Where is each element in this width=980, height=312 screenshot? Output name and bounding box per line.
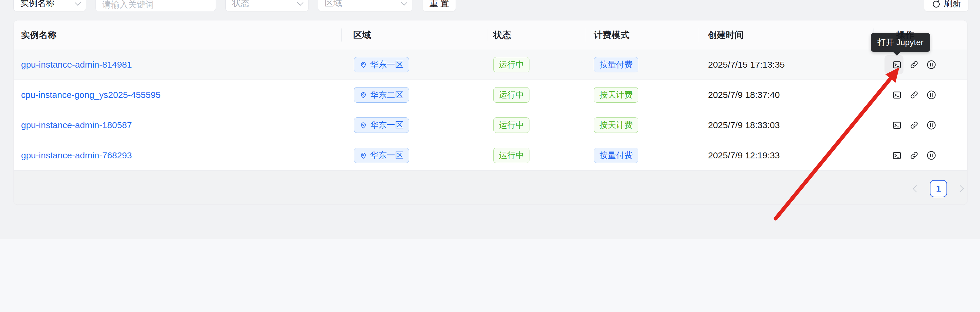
- instance-name-link[interactable]: gpu-instance-admin-180587: [21, 120, 132, 130]
- copy-link-button[interactable]: [905, 140, 923, 170]
- region-filter-select[interactable]: 区域: [318, 0, 412, 11]
- refresh-button-label: 刷新: [944, 0, 961, 10]
- region-badge: 华东一区: [354, 57, 409, 72]
- status-badge: 运行中: [493, 148, 530, 163]
- chevron-down-icon: [75, 0, 81, 6]
- link-icon: [909, 89, 920, 100]
- copy-link-button[interactable]: [905, 110, 923, 140]
- chevron-down-icon: [401, 0, 407, 6]
- terminal-icon: [892, 150, 902, 161]
- pagination-bar: 1: [14, 170, 967, 205]
- pause-instance-button[interactable]: [923, 110, 940, 140]
- pause-icon: [926, 89, 937, 100]
- created-time: 2025/7/9 18:33:03: [708, 120, 780, 130]
- instance-table-card: 实例名称 区域 状态 计费模式 创建时间 操作 gpu-instance-adm…: [13, 20, 967, 205]
- pagination-next-button[interactable]: [956, 185, 964, 192]
- pause-instance-button[interactable]: [923, 49, 940, 80]
- billing-badge: 按量付费: [594, 57, 638, 72]
- col-header-status: 状态: [493, 21, 511, 49]
- col-header-instance-name: 实例名称: [21, 21, 57, 49]
- location-pin-icon: [360, 91, 367, 99]
- open-jupyter-button[interactable]: [888, 110, 905, 140]
- status-badge: 运行中: [493, 87, 530, 103]
- location-pin-icon: [360, 61, 367, 68]
- column-divider: [341, 29, 342, 41]
- pause-instance-button[interactable]: [923, 140, 940, 170]
- pause-icon: [926, 150, 937, 161]
- region-badge: 华东二区: [354, 87, 409, 103]
- created-time: 2025/7/15 17:13:35: [708, 60, 785, 70]
- chevron-down-icon: [297, 0, 304, 6]
- created-time: 2025/7/9 18:37:40: [708, 90, 780, 100]
- table-row: gpu-instance-admin-814981 华东一区 运行中 按量付费 …: [14, 49, 967, 80]
- copy-link-button[interactable]: [905, 80, 923, 110]
- pause-instance-button[interactable]: [923, 80, 940, 110]
- refresh-button[interactable]: 刷新: [924, 0, 969, 11]
- refresh-icon: [931, 0, 940, 8]
- pause-icon: [926, 59, 937, 70]
- billing-badge: 按量付费: [594, 148, 638, 163]
- instance-name-link[interactable]: cpu-instance-gong_ys2025-455595: [21, 90, 161, 100]
- billing-badge: 按天计费: [594, 118, 638, 133]
- status-filter-placeholder: 状态: [232, 0, 250, 9]
- col-header-region: 区域: [353, 21, 371, 49]
- table-row: gpu-instance-admin-180587 华东一区 运行中 按天计费 …: [14, 110, 967, 140]
- link-icon: [909, 150, 920, 161]
- created-time: 2025/7/9 12:19:33: [708, 150, 780, 161]
- keyword-search-input[interactable]: [95, 0, 216, 11]
- instance-name-type-select[interactable]: 实例名称: [13, 0, 86, 11]
- status-filter-select[interactable]: 状态: [226, 0, 309, 11]
- open-jupyter-button[interactable]: [888, 140, 905, 170]
- terminal-icon: [892, 59, 902, 70]
- status-badge: 运行中: [493, 57, 530, 72]
- column-divider: [586, 29, 586, 41]
- table-header-row: 实例名称 区域 状态 计费模式 创建时间 操作: [14, 21, 967, 50]
- instance-name-type-value: 实例名称: [20, 0, 54, 9]
- instance-name-link[interactable]: gpu-instance-admin-814981: [21, 60, 132, 70]
- column-divider: [488, 29, 488, 41]
- location-pin-icon: [360, 121, 367, 129]
- open-jupyter-tooltip: 打开 Jupyter: [871, 33, 930, 52]
- table-row: gpu-instance-admin-768293 华东一区 运行中 按量付费 …: [14, 140, 967, 170]
- pause-icon: [926, 120, 937, 131]
- table-row: cpu-instance-gong_ys2025-455595 华东二区 运行中…: [14, 80, 967, 110]
- page-footer: aiFare: [0, 239, 980, 312]
- region-badge: 华东一区: [354, 118, 409, 133]
- status-badge: 运行中: [493, 118, 530, 133]
- location-pin-icon: [360, 151, 367, 159]
- copy-link-button[interactable]: [905, 49, 923, 80]
- billing-badge: 按天计费: [594, 87, 638, 103]
- terminal-icon: [892, 120, 902, 131]
- pagination-page-1[interactable]: 1: [930, 180, 947, 197]
- pagination-prev-button[interactable]: [913, 185, 920, 192]
- terminal-icon: [892, 89, 902, 100]
- col-header-billing: 计费模式: [594, 21, 629, 49]
- instance-name-link[interactable]: gpu-instance-admin-768293: [21, 150, 132, 161]
- reset-button[interactable]: 重 置: [423, 0, 456, 11]
- col-header-created: 创建时间: [708, 21, 744, 49]
- region-filter-placeholder: 区域: [325, 0, 342, 9]
- region-badge: 华东一区: [354, 148, 409, 163]
- link-icon: [909, 120, 920, 131]
- reset-button-label: 重 置: [430, 0, 449, 10]
- link-icon: [909, 59, 920, 70]
- open-jupyter-button[interactable]: [888, 80, 905, 110]
